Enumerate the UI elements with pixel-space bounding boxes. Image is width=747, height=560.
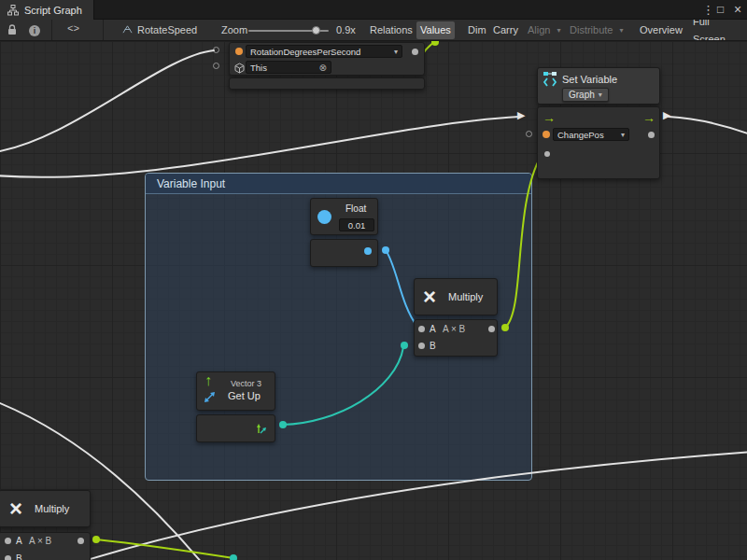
toolbar-separator [103, 20, 104, 40]
variable-scope-dropdown[interactable]: Graph ▾ [562, 88, 609, 102]
float-type-icon [317, 210, 331, 224]
input-port-b[interactable] [418, 343, 425, 349]
input-port-a[interactable] [418, 326, 425, 332]
variable-type-port[interactable] [235, 48, 243, 55]
node-multiply-body[interactable]: A A × B B [414, 319, 498, 357]
toolbar: i <> RotateSpeed Zoom 0.9x Relations Val… [0, 20, 747, 41]
edge-value-multiply-to-setvariable[interactable] [505, 155, 542, 328]
node-get-up-output[interactable] [196, 414, 275, 442]
flow-in-triangle[interactable]: ▶ [517, 110, 525, 120]
edge-endpoint-dot[interactable] [279, 421, 287, 428]
node-multiply-2[interactable]: × Multiply [0, 490, 91, 527]
node-title: Multiply [35, 503, 69, 514]
edge-value-getup-to-multiply-b[interactable] [283, 347, 403, 425]
node-get-variable[interactable]: RotationDegreesPerSecond ▾ This ⊗ [229, 42, 425, 76]
chevron-down-icon: ▾ [394, 48, 398, 56]
output-port[interactable] [488, 326, 495, 332]
port-label-result: A × B [443, 324, 465, 334]
cube-icon [234, 61, 245, 77]
fullscreen-button[interactable]: Full Screen [689, 21, 747, 39]
port-label-b: B [16, 553, 22, 560]
flow-out-arrow[interactable]: → [642, 111, 655, 124]
zoom-slider-knob[interactable] [312, 26, 320, 35]
graph-canvas[interactable]: Variable Input RotationDegreesPerSecond … [0, 41, 747, 560]
script-graph-window: Script Graph ⋮ □ × i <> RotateSpeed Zoom [0, 0, 747, 560]
node-title: Set Variable [562, 74, 617, 85]
node-float[interactable]: Float 0.01 [310, 198, 378, 235]
kebab-menu-icon[interactable]: ⋮ [702, 2, 714, 18]
flow-in-arrow[interactable]: → [543, 111, 556, 124]
edge-value-float-to-multiply-a[interactable] [386, 250, 417, 327]
type-label: Vector 3 [231, 379, 261, 388]
float-value-input[interactable]: 0.01 [339, 218, 374, 231]
edge-endpoint-dot[interactable] [401, 342, 408, 349]
edge-flow-setvariable-out[interactable] [669, 117, 747, 135]
node-get-variable-footer[interactable] [229, 77, 425, 90]
variable-type-port[interactable] [543, 131, 550, 138]
node-title: Multiply [448, 291, 483, 302]
edge-value-multiply2-out[interactable] [96, 539, 233, 558]
edge-flow-left-to-setvariable[interactable] [0, 117, 519, 177]
node-get-up[interactable]: ↑ Vector 3 Get Up [196, 371, 275, 411]
chevron-down-icon: ▾ [621, 131, 625, 139]
edge-flow-bottom-right[interactable] [75, 452, 747, 560]
port-label-b: B [430, 341, 436, 351]
node-title: Get Up [228, 390, 261, 401]
tab-label: Script Graph [24, 5, 82, 16]
code-icon[interactable]: <> [67, 23, 79, 35]
multiply-icon: × [423, 285, 436, 309]
relations-button[interactable]: Relations [366, 21, 416, 39]
graph-name-label: RotateSpeed [137, 24, 197, 35]
variable-name-dropdown[interactable]: ChangePos ▾ [553, 128, 629, 141]
input-port-a[interactable] [5, 538, 11, 544]
input-port-b[interactable] [5, 555, 11, 560]
port-label-result: A × B [29, 536, 51, 546]
tab-script-graph[interactable]: Script Graph [0, 0, 94, 20]
output-port[interactable] [412, 49, 418, 55]
carry-button[interactable]: Carry [489, 21, 522, 39]
zoom-slider-track[interactable] [248, 30, 329, 32]
port-label-a: A [16, 536, 22, 546]
node-float-output[interactable] [310, 239, 378, 267]
float-output-port[interactable] [364, 247, 372, 255]
info-icon[interactable]: i [29, 24, 40, 36]
set-variable-icon [543, 71, 557, 91]
vector-output-icon[interactable] [255, 422, 267, 439]
flow-out-triangle[interactable]: ▶ [663, 110, 670, 120]
output-port[interactable] [78, 538, 84, 544]
toolbar-separator [51, 20, 52, 40]
zoom-label: Zoom [221, 24, 247, 35]
chevron-down-icon: ▾ [599, 91, 602, 99]
clear-target-icon[interactable]: ⊗ [319, 63, 327, 73]
align-dropdown[interactable]: Align ▾ [524, 21, 564, 39]
edge-flow-left-to-getvariable[interactable] [0, 50, 214, 152]
chevron-down-icon: ▾ [619, 21, 623, 39]
multiply-icon: × [9, 497, 22, 521]
edge-endpoint-dot[interactable] [382, 246, 389, 254]
distribute-dropdown[interactable]: Distribute ▾ [566, 21, 627, 39]
target-field[interactable]: This ⊗ [246, 61, 331, 74]
titlebar: Script Graph ⋮ □ × [0, 0, 747, 20]
edge-endpoint-dot[interactable] [92, 536, 100, 543]
values-button[interactable]: Values [416, 21, 455, 39]
variable-name-dropdown[interactable]: RotationDegreesPerSecond ▾ [246, 45, 402, 58]
value-input-port[interactable] [544, 151, 550, 157]
node-multiply-2-body[interactable]: A A × B B [0, 532, 91, 560]
maximize-icon[interactable]: □ [717, 2, 724, 18]
zoom-value: 0.9x [336, 24, 356, 35]
output-port[interactable] [648, 132, 655, 138]
edge-endpoint-dot[interactable] [501, 324, 509, 331]
node-title: Float [345, 203, 366, 214]
node-set-variable[interactable]: Set Variable Graph ▾ [537, 67, 660, 105]
close-icon[interactable]: × [734, 2, 741, 18]
chevron-down-icon: ▾ [557, 21, 560, 39]
port-label-a: A [430, 324, 436, 334]
overview-button[interactable]: Overview [636, 21, 686, 39]
vector-axes-icon [203, 391, 216, 408]
edge-endpoint-dot[interactable] [230, 554, 237, 560]
lock-icon[interactable] [7, 24, 17, 38]
node-set-variable-body[interactable]: → → ChangePos ▾ [537, 106, 660, 179]
node-multiply[interactable]: × Multiply [414, 278, 498, 315]
dim-button[interactable]: Dim [464, 21, 490, 39]
vector-up-icon: ↑ [204, 372, 212, 389]
